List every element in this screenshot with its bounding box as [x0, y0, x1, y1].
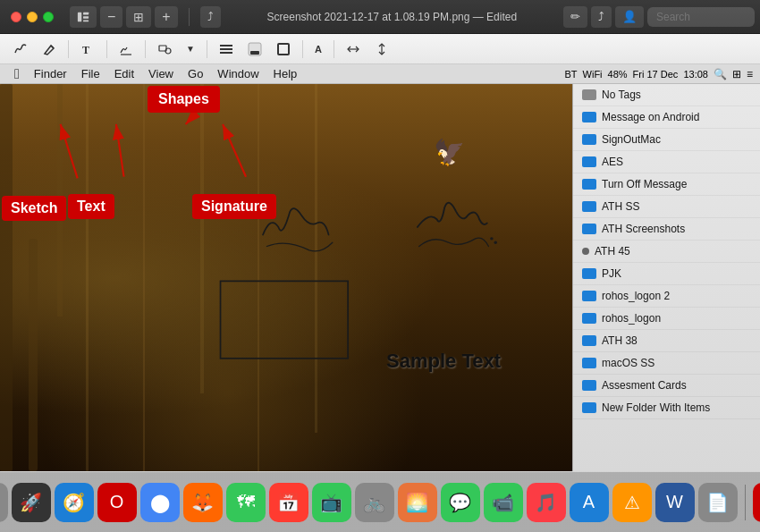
dock-item-music[interactable]: 🎵 [527, 483, 566, 522]
dock-item-word[interactable]: W [655, 483, 695, 522]
dock-item-photos[interactable]: 🌅 [398, 483, 437, 522]
menu-window[interactable]: Window [210, 67, 266, 80]
sidebar-item[interactable]: PJK [573, 263, 760, 285]
shapes-tool-button[interactable] [151, 38, 178, 61]
sidebar-item[interactable]: ATH Screenshots [573, 218, 760, 241]
close-button[interactable] [11, 12, 21, 22]
sidebar-item[interactable]: Message on Android [573, 106, 760, 129]
align-button[interactable] [213, 38, 240, 61]
separator-1 [68, 40, 69, 58]
resize-height-button[interactable] [368, 38, 395, 61]
menu-edit[interactable]: Edit [107, 67, 141, 80]
search-input[interactable] [647, 7, 755, 27]
sidebar-item[interactable]: rohos_logon [573, 308, 760, 330]
svg-rect-2 [83, 16, 89, 19]
border-button[interactable] [270, 38, 297, 61]
sidebar-item[interactable]: New Folder With Items [573, 397, 760, 419]
sidebar-item[interactable]: ATH SS [573, 196, 760, 218]
dock-item-pdfpro[interactable]: P [753, 483, 761, 522]
bluetooth-icon: BT [565, 69, 578, 80]
dock-item-something[interactable]: 📄 [698, 483, 738, 522]
folder-icon [582, 380, 596, 391]
pen-button[interactable]: ✏ [563, 6, 587, 28]
folder-icon [582, 358, 596, 368]
fill-color-button[interactable] [241, 38, 268, 61]
sidebar-item-label: No Tags [602, 89, 641, 101]
menu-view[interactable]: View [141, 67, 181, 80]
menu-go[interactable]: Go [181, 67, 210, 80]
dock: 🗂🎙🚀🧭O⬤🦊🗺📅📺🚲🌅💬📹🎵A⚠W📄P🗑 [0, 471, 760, 532]
sidebar-item-label: PJK [602, 267, 621, 280]
folder-icon [582, 268, 596, 279]
sidebar-item[interactable]: Assesment Cards [573, 375, 760, 397]
share-button[interactable]: ⤴ [200, 6, 221, 28]
sidebar-item[interactable]: No Tags [573, 84, 760, 106]
resize-width-button[interactable] [340, 38, 367, 61]
sidebar-item-label: Assesment Cards [602, 379, 687, 392]
dock-item-siri[interactable]: 🎙 [0, 483, 8, 522]
sidebar-item[interactable]: ATH 38 [573, 330, 760, 352]
wifi-icon: WiFi [583, 69, 603, 80]
dock-item-facetime[interactable]: 📹 [484, 483, 523, 522]
dock-item-messages[interactable]: 💬 [441, 483, 480, 522]
menu-help[interactable]: Help [266, 67, 305, 80]
signature-tool-button[interactable] [113, 38, 139, 61]
separator-2 [106, 40, 107, 58]
svg-rect-3 [83, 20, 89, 21]
dock-item-warning[interactable]: ⚠ [612, 483, 652, 522]
right-toolbar: ✏ ⤴ 👤 [558, 6, 760, 28]
menu-file[interactable]: File [74, 67, 107, 80]
text-tool-button[interactable]: T [74, 38, 101, 61]
spotlight-icon[interactable]: 🔍 [714, 68, 727, 80]
datetime: Fri 17 Dec 13:08 [633, 69, 708, 80]
svg-rect-7 [220, 45, 232, 46]
sidebar-item[interactable]: rohos_logon 2 [573, 285, 760, 308]
dock-item-launchpad[interactable]: 🚀 [12, 483, 51, 522]
dock-item-appstore[interactable]: A [570, 483, 609, 522]
dock-item-opera[interactable]: O [97, 483, 137, 522]
dock-item-chrome[interactable]: ⬤ [140, 483, 180, 522]
zoom-fit-button[interactable]: ⊞ [126, 6, 151, 28]
sketch-tool-button[interactable] [7, 38, 34, 61]
svg-rect-0 [78, 12, 81, 21]
nav-buttons: − ⊞ + [64, 6, 183, 28]
dock-item-bike[interactable]: 🚲 [355, 483, 394, 522]
dock-item-safari[interactable]: 🧭 [55, 483, 94, 522]
sidebar-toggle-button[interactable] [70, 6, 97, 28]
dock-item-calendar[interactable]: 📅 [269, 483, 308, 522]
sidebar-item[interactable]: ATH 45 [573, 241, 760, 263]
minimize-button[interactable] [27, 12, 38, 22]
svg-rect-9 [220, 52, 232, 54]
folder-icon [582, 112, 596, 122]
separator-6 [334, 40, 334, 58]
maximize-button[interactable] [43, 12, 54, 22]
share2-button[interactable]: ⤴ [591, 6, 612, 28]
airdrop-button[interactable]: 👤 [615, 6, 644, 28]
sidebar-item[interactable]: SignOutMac [573, 129, 760, 151]
font-button[interactable]: A [308, 38, 328, 61]
zoom-out-button[interactable]: − [100, 6, 122, 28]
sidebar-item[interactable]: macOS SS [573, 352, 760, 375]
sidebar-item[interactable]: Turn Off Message [573, 173, 760, 196]
sidebar-item-label: ATH 45 [595, 245, 630, 258]
apple-menu[interactable]:  [7, 66, 27, 82]
control-center-icon[interactable]: ⊞ [732, 68, 741, 80]
title-bar: − ⊞ + ⤴ Screenshot 2021-12-17 at 1.08.19… [0, 0, 760, 34]
dock-item-firefox[interactable]: 🦊 [183, 483, 223, 522]
dock-item-maps[interactable]: 🗺 [226, 483, 266, 522]
menu-finder[interactable]: Finder [27, 67, 74, 80]
svg-rect-11 [250, 51, 259, 55]
draw-tool-button[interactable] [36, 38, 63, 61]
zoom-in-button[interactable]: + [155, 6, 177, 28]
text-annotation-label: Text [68, 194, 114, 219]
sketch-annotation-label: Sketch [2, 196, 66, 221]
svg-rect-12 [278, 44, 289, 55]
dock-item-itunes[interactable]: 📺 [312, 483, 351, 522]
image-preview: 🦅 Sample Text Sketch [0, 84, 572, 471]
sidebar-item[interactable]: AES [573, 151, 760, 173]
traffic-lights [0, 12, 64, 22]
signature-annotation-label: Signature [192, 194, 276, 219]
shape-select-button[interactable]: ▼ [180, 38, 201, 61]
notification-icon[interactable]: ≡ [747, 68, 753, 80]
sidebar: No TagsMessage on AndroidSignOutMacAESTu… [572, 84, 760, 471]
